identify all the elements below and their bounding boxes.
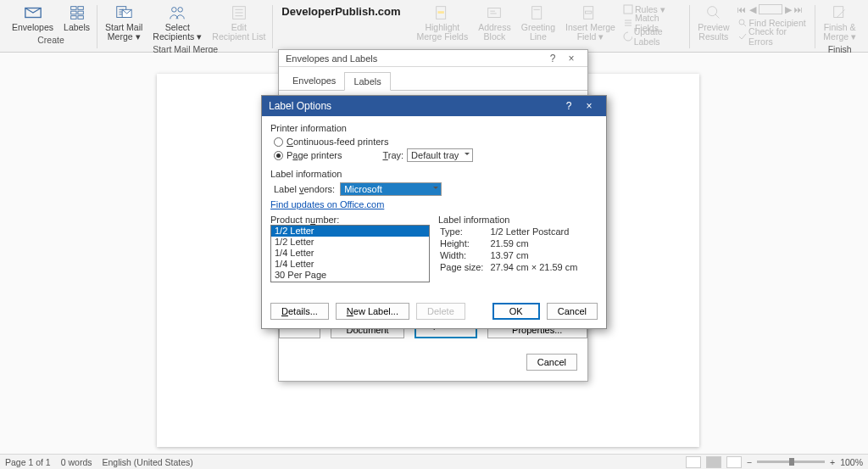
check-icon	[737, 31, 748, 42]
edit-recipient-list-button: Edit Recipient List	[208, 2, 270, 43]
svg-rect-3	[70, 11, 75, 14]
ribbon-group-startmm: Start Mail Merge ▾ Select Recipients ▾ E…	[97, 2, 273, 52]
product-number-label: Product number:	[270, 215, 430, 225]
product-item[interactable]: 1/2 Letter	[271, 226, 429, 237]
svg-rect-13	[437, 11, 443, 14]
zoom-level[interactable]: 100%	[840, 457, 863, 467]
printer-info-section: Printer information Continuous-feed prin…	[270, 123, 598, 162]
dialog-tabs: Envelopes Labels	[279, 67, 587, 91]
close-icon[interactable]: ×	[562, 53, 581, 64]
svg-point-9	[172, 8, 177, 12]
finish-merge-button: Finish & Merge ▾	[819, 2, 860, 43]
dialog-title: Envelopes and Labels	[286, 53, 543, 64]
prev-record-icon: ◀	[749, 4, 756, 14]
read-mode-icon[interactable]	[686, 456, 701, 468]
svg-rect-14	[488, 8, 501, 18]
continuous-printers-radio[interactable]: Continuous-feed printers	[274, 137, 598, 147]
insert-merge-field-button: Insert Merge Field ▾	[561, 2, 620, 43]
highlight-icon	[433, 3, 452, 22]
next-record-icon: ▶	[785, 4, 792, 14]
zoom-out-icon[interactable]: −	[747, 457, 752, 467]
last-record-icon: ⏭	[794, 4, 804, 14]
labelopt-help-icon[interactable]: ?	[559, 100, 579, 112]
match-icon	[623, 18, 633, 28]
help-icon[interactable]: ?	[543, 53, 562, 64]
tab-labels[interactable]: Labels	[344, 72, 390, 91]
label-info-section: Label information Label vendors: Microso…	[270, 169, 598, 282]
label-info-heading: Label information	[438, 215, 598, 225]
svg-rect-2	[77, 7, 82, 10]
details-button[interactable]: Details...	[270, 303, 329, 320]
address-block-button: Address Block	[474, 2, 515, 43]
envelope-icon	[24, 3, 42, 22]
svg-rect-17	[586, 11, 592, 14]
svg-rect-15	[532, 7, 542, 20]
preview-results-button: Preview Results	[693, 2, 733, 43]
tray-combobox[interactable]: Default tray	[407, 148, 473, 162]
word-count[interactable]: 0 words	[61, 457, 92, 467]
brand-text: DeveloperPublish.com	[273, 2, 409, 18]
ribbon-group-write: Highlight Merge Fields Address Block Gre…	[409, 2, 690, 52]
find-updates-link[interactable]: Find updates on Office.com	[270, 199, 384, 209]
vendors-label: Label vendors:	[274, 184, 335, 194]
start-mail-merge-button[interactable]: Start Mail Merge ▾	[101, 2, 147, 43]
ribbon-group-create: Envelopes Labels Create	[4, 2, 97, 52]
svg-point-10	[178, 8, 183, 12]
ribbon-group-finish: Finish & Merge ▾ Finish	[815, 2, 864, 52]
page-printers-radio[interactable]: Page printers	[274, 150, 342, 160]
language-indicator[interactable]: English (United States)	[102, 457, 192, 467]
ribbon-group-preview: Preview Results ⏮◀ ▶⏭ Find Recipient Che…	[690, 2, 815, 52]
vendors-combobox[interactable]: Microsoft	[340, 182, 442, 196]
label-options-dialog: Label Options ? × Printer information Co…	[261, 95, 607, 329]
greeting-line-button: Greeting Line	[517, 2, 559, 43]
svg-rect-5	[70, 16, 75, 20]
status-bar: Page 1 of 1 0 words English (United Stat…	[0, 454, 868, 469]
edit-list-icon	[230, 3, 248, 22]
mailmerge-icon	[114, 3, 133, 22]
product-item[interactable]: 30 Per Page	[271, 270, 429, 281]
ok-button[interactable]: OK	[492, 303, 540, 320]
svg-rect-6	[77, 16, 82, 20]
svg-rect-1	[70, 7, 75, 10]
labelopt-cancel-button[interactable]: Cancel	[547, 303, 598, 320]
print-layout-icon[interactable]	[706, 456, 721, 468]
find-icon	[737, 18, 748, 28]
labels-icon	[68, 3, 86, 22]
page-indicator[interactable]: Page 1 of 1	[5, 457, 51, 467]
zoom-in-icon[interactable]: +	[830, 457, 835, 467]
radio-icon	[274, 137, 283, 147]
product-item[interactable]: 30 Per Page	[271, 281, 429, 282]
zoom-slider[interactable]	[757, 461, 825, 463]
labelopt-close-icon[interactable]: ×	[579, 100, 599, 112]
label-info-table: Type:1/2 Letter Postcard Height:21.59 cm…	[438, 225, 584, 274]
svg-rect-4	[77, 11, 82, 14]
product-number-listbox[interactable]: 1/2 Letter1/2 Letter1/4 Letter1/4 Letter…	[270, 225, 430, 282]
radio-icon	[274, 151, 283, 160]
labels-button[interactable]: Labels	[59, 2, 94, 34]
web-layout-icon[interactable]	[726, 456, 742, 468]
rules-icon	[623, 4, 633, 14]
product-item[interactable]: 1/4 Letter	[271, 248, 429, 259]
select-recipients-button[interactable]: Select Recipients ▾	[148, 2, 206, 43]
product-item[interactable]: 1/2 Letter	[271, 237, 429, 248]
delete-button: Delete	[416, 303, 465, 320]
tray-label: Tray:	[382, 150, 403, 160]
insert-field-icon	[581, 3, 599, 22]
highlight-merge-fields-button: Highlight Merge Fields	[412, 2, 472, 43]
env-cancel-button[interactable]: Cancel	[526, 354, 577, 371]
greeting-icon	[529, 3, 548, 22]
check-errors-button: Check for Errors	[737, 30, 811, 42]
recipients-icon	[168, 3, 186, 22]
envelopes-button[interactable]: Envelopes	[8, 2, 58, 34]
preview-icon	[704, 3, 723, 22]
update-icon	[623, 31, 632, 42]
update-labels-button: Update Labels	[623, 30, 685, 42]
address-icon	[485, 3, 504, 22]
labelopt-title: Label Options	[269, 100, 559, 112]
tab-envelopes[interactable]: Envelopes	[284, 72, 344, 90]
first-record-icon: ⏮	[737, 4, 747, 14]
finish-icon	[831, 3, 849, 22]
new-label-button[interactable]: New Label...	[336, 303, 409, 320]
product-item[interactable]: 1/4 Letter	[271, 259, 429, 270]
nav-controls: ⏮◀ ▶⏭	[737, 3, 811, 15]
